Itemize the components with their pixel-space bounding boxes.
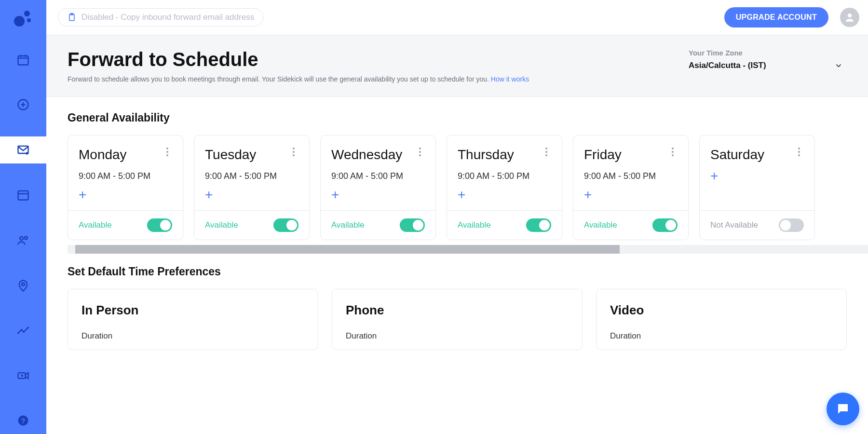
upgrade-account-button[interactable]: UPGRADE ACCOUNT: [724, 7, 828, 27]
day-card: Friday9:00 AM - 5:00 PM+Available: [573, 135, 689, 240]
time-range: 9:00 AM - 5:00 PM: [331, 171, 425, 181]
add-slot-button[interactable]: +: [584, 188, 678, 202]
time-range: 9:00 AM - 5:00 PM: [205, 171, 298, 181]
availability-toggle[interactable]: [400, 218, 425, 232]
svg-point-19: [27, 327, 29, 329]
duration-label: Duration: [610, 331, 833, 341]
nav-video-icon[interactable]: [0, 362, 46, 389]
add-slot-button[interactable]: +: [331, 188, 425, 202]
day-name: Monday: [79, 147, 127, 163]
chat-icon: [836, 402, 850, 416]
svg-point-15: [22, 283, 25, 285]
chat-fab[interactable]: [827, 393, 859, 425]
clipboard-icon: [67, 13, 77, 22]
nav-add-icon[interactable]: [0, 92, 46, 119]
copy-forward-address[interactable]: Disabled - Copy inbound forward email ad…: [58, 8, 263, 27]
main: Disabled - Copy inbound forward email ad…: [46, 0, 868, 434]
availability-label: Available: [331, 220, 365, 230]
add-slot-button[interactable]: +: [458, 188, 551, 202]
nav-people-icon[interactable]: [0, 227, 46, 254]
duration-label: Duration: [346, 331, 569, 341]
day-menu-icon[interactable]: [668, 147, 678, 157]
day-menu-icon[interactable]: [415, 147, 425, 157]
nav-analytics-icon[interactable]: [0, 317, 46, 344]
nav-schedule-icon[interactable]: [0, 46, 46, 73]
copy-hint-text: Disabled - Copy inbound forward email ad…: [81, 13, 254, 22]
svg-rect-3: [18, 56, 28, 65]
day-card: Tuesday9:00 AM - 5:00 PM+Available: [194, 135, 310, 240]
availability-label: Available: [584, 220, 617, 230]
availability-toggle[interactable]: [147, 218, 172, 232]
availability-days-row: Monday9:00 AM - 5:00 PM+AvailableTuesday…: [68, 135, 868, 243]
timezone-select[interactable]: Asia/Calcutta - (IST): [689, 61, 843, 70]
how-it-works-link[interactable]: How it works: [491, 75, 529, 83]
nav-calendar-icon[interactable]: [0, 182, 46, 209]
availability-label: Not Available: [710, 220, 758, 230]
nav-location-icon[interactable]: [0, 272, 46, 299]
day-name: Saturday: [710, 147, 764, 163]
availability-toggle[interactable]: [779, 218, 804, 232]
nav-help-icon[interactable]: ?: [0, 407, 46, 434]
day-menu-icon[interactable]: [163, 147, 172, 157]
user-avatar[interactable]: [840, 8, 859, 27]
availability-label: Available: [205, 220, 238, 230]
topbar: Disabled - Copy inbound forward email ad…: [46, 0, 868, 35]
svg-rect-11: [18, 191, 28, 200]
svg-point-17: [21, 329, 23, 331]
day-name: Wednesday: [331, 147, 402, 163]
svg-point-18: [23, 331, 24, 333]
time-range: 9:00 AM - 5:00 PM: [584, 171, 678, 181]
day-card: Wednesday9:00 AM - 5:00 PM+Available: [320, 135, 436, 240]
timezone-label: Your Time Zone: [689, 49, 843, 57]
svg-point-13: [20, 237, 23, 240]
pref-card: PhoneDuration: [332, 289, 583, 350]
pref-card: In PersonDuration: [68, 289, 318, 350]
add-slot-button[interactable]: +: [710, 169, 804, 183]
page-subtitle: Forward to schedule allows you to book m…: [68, 75, 529, 83]
time-range: 9:00 AM - 5:00 PM: [79, 171, 172, 181]
availability-section-title: General Availability: [68, 111, 868, 124]
horizontal-scrollbar[interactable]: [68, 245, 868, 254]
pref-title: In Person: [81, 303, 304, 318]
day-name: Tuesday: [205, 147, 256, 163]
day-name: Friday: [584, 147, 622, 163]
day-card: Thursday9:00 AM - 5:00 PM+Available: [447, 135, 562, 240]
sidebar: ?: [0, 0, 46, 434]
day-name: Thursday: [458, 147, 514, 163]
pref-title: Phone: [346, 303, 569, 318]
day-menu-icon[interactable]: [794, 147, 804, 157]
availability-toggle[interactable]: [273, 218, 298, 232]
availability-toggle[interactable]: [526, 218, 551, 232]
chevron-down-icon: [834, 61, 843, 70]
svg-marker-21: [26, 373, 28, 379]
content: General Availability Monday9:00 AM - 5:0…: [46, 97, 868, 434]
nav-forward-email-icon[interactable]: [0, 136, 46, 163]
svg-point-0: [14, 16, 25, 27]
prefs-section-title: Set Default Time Preferences: [68, 265, 868, 278]
page-title: Forward to Schedule: [68, 49, 529, 70]
availability-label: Available: [458, 220, 491, 230]
day-menu-icon[interactable]: [289, 147, 298, 157]
time-range: 9:00 AM - 5:00 PM: [458, 171, 551, 181]
prefs-row: In PersonDurationPhoneDurationVideoDurat…: [68, 289, 868, 350]
add-slot-button[interactable]: +: [79, 188, 172, 202]
svg-point-28: [848, 14, 852, 17]
day-card: Saturday+Not Available: [699, 135, 815, 240]
svg-text:?: ?: [21, 417, 25, 425]
person-icon: [844, 12, 855, 23]
availability-toggle[interactable]: [652, 218, 678, 232]
svg-point-16: [17, 332, 19, 334]
svg-point-1: [24, 11, 30, 16]
duration-label: Duration: [81, 331, 304, 341]
svg-point-14: [25, 236, 27, 239]
day-menu-icon[interactable]: [542, 147, 551, 157]
add-slot-button[interactable]: +: [205, 188, 298, 202]
availability-label: Available: [79, 220, 112, 230]
page-header: Forward to Schedule Forward to schedule …: [46, 35, 868, 97]
svg-point-2: [27, 18, 31, 22]
pref-title: Video: [610, 303, 833, 318]
pref-card: VideoDuration: [596, 289, 847, 350]
timezone-block: Your Time Zone Asia/Calcutta - (IST): [689, 49, 843, 70]
day-card: Monday9:00 AM - 5:00 PM+Available: [68, 135, 183, 240]
app-logo: [14, 9, 33, 28]
